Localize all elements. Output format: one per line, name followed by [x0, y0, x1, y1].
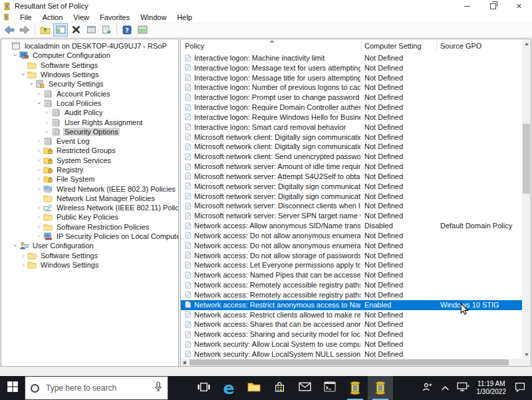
chevron-right-icon[interactable]: › — [35, 147, 43, 154]
tree-item-account-policies[interactable]: ›Account Policies — [1, 89, 178, 98]
show-console-tree-button[interactable] — [53, 23, 68, 37]
chevron-right-icon[interactable]: › — [35, 186, 43, 192]
chevron-down-icon[interactable]: › — [36, 99, 43, 106]
chevron-right-icon[interactable]: › — [35, 224, 43, 230]
tree-item-user-rights-assignment[interactable]: ›User Rights Assignment — [1, 117, 178, 126]
tree-item-wired-network-ieee-802-3-policies[interactable]: ›Wired Network (IEEE 802.3) Policies — [1, 184, 178, 193]
column-header-computer-setting[interactable]: Computer Setting — [364, 42, 422, 50]
network-button[interactable] — [454, 376, 472, 400]
policy-row[interactable]: Microsoft network server: Disconnect cli… — [181, 201, 522, 211]
tree-item-wireless-network-ieee-802-11-policies[interactable]: ›Wireless Network (IEEE 802.11) Policies — [1, 203, 178, 212]
policy-row[interactable]: Network access: Shares that can be acces… — [181, 319, 522, 329]
chevron-down-icon[interactable]: › — [12, 52, 19, 59]
tree-item-windows-settings[interactable]: ›Windows Settings — [1, 70, 178, 79]
policy-row[interactable]: Interactive logon: Require Domain Contro… — [181, 102, 522, 112]
taskbar-clock[interactable]: 11:19 AM 1/30/2022 — [472, 380, 511, 397]
chevron-right-icon[interactable]: › — [43, 128, 51, 135]
tree-item-localadmin-on-desktop-4ug9uj7-rsop[interactable]: localadmin on DESKTOP-4UG9UJ7 - RSoP — [1, 41, 178, 51]
hidden-icons-button[interactable] — [436, 376, 454, 400]
tree-item-software-settings[interactable]: Software Settings — [1, 61, 178, 70]
menu-favorites[interactable]: Favorites — [94, 13, 135, 21]
scroll-up-button[interactable] — [522, 39, 531, 48]
command-prompt-taskbar-button[interactable] — [317, 376, 342, 400]
mmc-window-1-taskbar-button[interactable] — [342, 376, 368, 400]
forward-button[interactable] — [17, 23, 32, 37]
restore-button[interactable] — [480, 0, 506, 12]
menu-file[interactable]: File — [15, 13, 37, 21]
tree-item-software-settings[interactable]: ›Software Settings — [1, 251, 178, 260]
horizontal-scrollbar[interactable] — [181, 359, 531, 366]
delete-button[interactable] — [68, 23, 83, 37]
chevron-right-icon[interactable]: › — [35, 166, 43, 173]
minimize-button[interactable] — [454, 0, 480, 12]
chevron-right-icon[interactable]: › — [35, 233, 43, 240]
policy-row[interactable]: Microsoft network server: Attempt S4U2Se… — [181, 172, 522, 182]
policy-row[interactable]: Interactive logon: Prompt user to change… — [181, 93, 522, 102]
tree-item-system-services[interactable]: ›System Services — [1, 156, 178, 165]
column-header-policy[interactable]: Policy — [185, 42, 204, 50]
policy-row[interactable]: Network access: Let Everyone permissions… — [181, 260, 522, 270]
policy-row[interactable]: Network security: Allow LocalSystem NULL… — [181, 349, 522, 359]
policy-row[interactable]: Interactive logon: Smart card removal be… — [181, 122, 522, 132]
tree-item-ip-security-policies-on-local-computer[interactable]: ›IP Security Policies on Local Computer — [1, 232, 178, 241]
chevron-down-icon[interactable]: › — [28, 81, 35, 88]
export-list-button[interactable] — [99, 23, 114, 37]
file-explorer-taskbar-button[interactable] — [241, 376, 267, 400]
tree-item-security-options[interactable]: ›Security Options — [1, 127, 178, 136]
policy-row[interactable]: Interactive logon: Require Windows Hello… — [181, 112, 522, 122]
policy-row[interactable]: Network access: Allow anonymous SID/Name… — [181, 221, 522, 231]
policy-row[interactable]: Interactive logon: Machine inactivity li… — [181, 53, 522, 63]
tree-item-event-log[interactable]: ›Event Log — [1, 136, 178, 146]
task-view-taskbar-button[interactable] — [191, 376, 216, 400]
policy-row[interactable]: Network access: Restrict anonymous acces… — [181, 300, 522, 310]
back-button[interactable] — [2, 23, 17, 37]
policy-row[interactable]: Network access: Do not allow anonymous e… — [181, 231, 522, 241]
chevron-right-icon[interactable]: › — [35, 91, 43, 97]
policy-row[interactable]: Network access: Restrict clients allowed… — [181, 310, 522, 320]
tree-item-windows-settings[interactable]: ›Windows Settings — [1, 260, 178, 270]
policy-row[interactable]: Interactive logon: Message text for user… — [181, 63, 522, 73]
menu-window[interactable]: Window — [135, 13, 172, 21]
help-button[interactable]: ? — [120, 23, 134, 37]
mmc-window-2-taskbar-button[interactable] — [368, 376, 393, 400]
edge-taskbar-button[interactable]: e — [216, 376, 241, 400]
policy-row[interactable]: Network access: Remotely accessible regi… — [181, 290, 522, 300]
policy-row[interactable]: Microsoft network server: Server SPN tar… — [181, 211, 522, 221]
column-divider[interactable] — [361, 41, 362, 51]
chevron-right-icon[interactable]: › — [19, 262, 27, 268]
menu-action[interactable]: Action — [37, 13, 68, 21]
vertical-scrollbar[interactable] — [522, 39, 531, 359]
store-taskbar-button[interactable] — [267, 376, 292, 400]
policy-row[interactable]: Network access: Do not allow anonymous e… — [181, 241, 522, 251]
tree-item-computer-configuration[interactable]: ›Computer Configuration — [1, 51, 178, 60]
policy-row[interactable]: Microsoft network client: Send unencrypt… — [181, 152, 522, 162]
policy-row[interactable]: Network security: Allow Local System to … — [181, 339, 522, 349]
menu-help[interactable]: Help — [172, 13, 198, 21]
tree-item-user-configuration[interactable]: ›User Configuration — [1, 241, 178, 250]
tree-item-local-policies[interactable]: ›Local Policies — [1, 99, 178, 108]
start-button[interactable] — [0, 376, 25, 400]
chevron-right-icon[interactable]: › — [43, 109, 51, 116]
tree-item-software-restriction-policies[interactable]: ›Software Restriction Policies — [1, 222, 178, 232]
microphone-icon[interactable] — [154, 381, 162, 395]
policy-row[interactable]: Interactive logon: Number of previous lo… — [181, 83, 522, 93]
scroll-right-button[interactable] — [181, 359, 189, 366]
chevron-down-icon[interactable]: › — [12, 242, 19, 250]
policy-row[interactable]: Microsoft network client: Digitally sign… — [181, 132, 522, 142]
policy-row[interactable]: Microsoft network server: Digitally sign… — [181, 192, 522, 202]
chevron-right-icon[interactable]: › — [35, 204, 43, 211]
action-center-button[interactable] — [511, 376, 529, 400]
tree-item-network-list-manager-policies[interactable]: Network List Manager Policies — [1, 194, 178, 203]
properties-button[interactable] — [84, 23, 98, 37]
up-one-level-button[interactable] — [38, 23, 53, 37]
search-input[interactable] — [45, 383, 149, 393]
tree-item-security-settings[interactable]: ›Security Settings — [1, 79, 178, 89]
policy-row[interactable]: Network access: Sharing and security mod… — [181, 329, 522, 339]
chevron-right-icon[interactable]: › — [35, 176, 43, 182]
tree-item-audit-policy[interactable]: ›Audit Policy — [1, 108, 178, 117]
mail-taskbar-button[interactable] — [292, 376, 317, 400]
column-divider[interactable] — [436, 41, 437, 51]
chevron-right-icon[interactable]: › — [19, 252, 27, 259]
new-window-button[interactable] — [135, 23, 150, 37]
policy-row[interactable]: Interactive logon: Message title for use… — [181, 73, 522, 83]
